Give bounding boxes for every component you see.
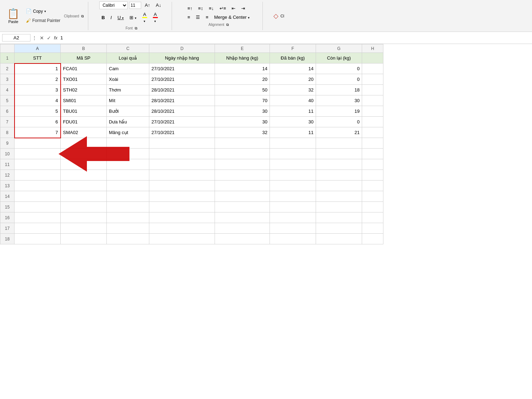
cell-F2[interactable]: 14 xyxy=(270,63,316,74)
format-painter-button[interactable]: 🖌 Format Painter xyxy=(24,17,62,24)
cell-E9[interactable] xyxy=(215,138,270,149)
cell-E7[interactable]: 30 xyxy=(215,117,270,127)
cell-D17[interactable] xyxy=(149,223,215,234)
col-header-H[interactable]: H xyxy=(362,44,383,53)
col-header-F[interactable]: F xyxy=(270,44,316,53)
cell-A9[interactable] xyxy=(15,138,61,149)
cell-F15[interactable] xyxy=(270,202,316,212)
cell-H17[interactable] xyxy=(362,223,383,234)
cell-A14[interactable] xyxy=(15,191,61,202)
font-color-button[interactable]: A ▾ xyxy=(151,11,160,24)
cell-H13[interactable] xyxy=(362,181,383,191)
cell-C3[interactable]: Xoài xyxy=(107,74,149,85)
cell-E2[interactable]: 14 xyxy=(215,63,270,74)
underline-button[interactable]: U ▾ xyxy=(115,14,126,21)
cell-B18[interactable] xyxy=(61,234,107,244)
cell-F16[interactable] xyxy=(270,212,316,223)
col-header-G[interactable]: G xyxy=(316,44,362,53)
cell-F9[interactable] xyxy=(270,138,316,149)
decrease-font-button[interactable]: A↓ xyxy=(154,1,163,9)
cell-C18[interactable] xyxy=(107,234,149,244)
cell-B9[interactable] xyxy=(61,138,107,149)
cell-D16[interactable] xyxy=(149,212,215,223)
cell-B6[interactable]: TBU01 xyxy=(61,106,107,117)
cell-D18[interactable] xyxy=(149,234,215,244)
cell-E8[interactable]: 32 xyxy=(215,127,270,138)
cell-D11[interactable] xyxy=(149,159,215,170)
cell-C11[interactable] xyxy=(107,159,149,170)
cell-F8[interactable]: 11 xyxy=(270,127,316,138)
cell-F3[interactable]: 20 xyxy=(270,74,316,85)
cell-B10[interactable] xyxy=(61,149,107,159)
increase-font-button[interactable]: A↑ xyxy=(143,1,152,9)
border-button[interactable]: ⊞ ▾ xyxy=(127,14,139,21)
cell-G8[interactable]: 21 xyxy=(316,127,362,138)
cell-C2[interactable]: Cam xyxy=(107,63,149,74)
cell-E5[interactable]: 70 xyxy=(215,95,270,106)
cell-C15[interactable] xyxy=(107,202,149,212)
copy-button[interactable]: 📄 Copy ▾ xyxy=(24,7,62,15)
cell-D4[interactable]: 28/10/2021 xyxy=(149,85,215,95)
formula-cancel-icon[interactable]: ✕ xyxy=(40,35,44,41)
cell-G11[interactable] xyxy=(316,159,362,170)
cell-C6[interactable]: Bưởi xyxy=(107,106,149,117)
col-header-E[interactable]: E xyxy=(215,44,270,53)
cell-D14[interactable] xyxy=(149,191,215,202)
italic-button[interactable]: I xyxy=(109,14,114,21)
cell-E17[interactable] xyxy=(215,223,270,234)
cell-H16[interactable] xyxy=(362,212,383,223)
indent-increase-button[interactable]: ⇥ xyxy=(239,5,247,12)
cell-reference-input[interactable] xyxy=(2,34,31,41)
cell-C5[interactable]: Mít xyxy=(107,95,149,106)
cell-B17[interactable] xyxy=(61,223,107,234)
align-middle-button[interactable]: ≡↕ xyxy=(196,5,205,12)
cell-B5[interactable]: SMI01 xyxy=(61,95,107,106)
cell-H14[interactable] xyxy=(362,191,383,202)
bold-button[interactable]: B xyxy=(99,14,107,21)
cell-C16[interactable] xyxy=(107,212,149,223)
cell-E13[interactable] xyxy=(215,181,270,191)
cell-D2[interactable]: 27/10/2021 xyxy=(149,63,215,74)
cell-E10[interactable] xyxy=(215,149,270,159)
cell-E18[interactable] xyxy=(215,234,270,244)
cell-D5[interactable]: 28/10/2021 xyxy=(149,95,215,106)
cell-D7[interactable]: 27/10/2021 xyxy=(149,117,215,127)
col-header-D[interactable]: D xyxy=(149,44,215,53)
align-top-button[interactable]: ≡↑ xyxy=(185,5,195,12)
cell-H1[interactable] xyxy=(362,53,383,63)
cell-D9[interactable] xyxy=(149,138,215,149)
align-center-button[interactable]: ☰ xyxy=(194,13,202,21)
cell-C13[interactable] xyxy=(107,181,149,191)
cell-G13[interactable] xyxy=(316,181,362,191)
formula-more-icon[interactable]: ⋮ xyxy=(32,35,37,41)
cell-A4[interactable]: 3 xyxy=(15,85,61,95)
merge-center-button[interactable]: Merge & Center ▾ xyxy=(212,13,252,21)
cell-A15[interactable] xyxy=(15,202,61,212)
cell-G9[interactable] xyxy=(316,138,362,149)
cell-B12[interactable] xyxy=(61,170,107,181)
cell-D8[interactable]: 27/10/2021 xyxy=(149,127,215,138)
col-header-C[interactable]: C xyxy=(107,44,149,53)
cell-E1[interactable]: Nhập hàng (kg) xyxy=(215,53,270,63)
cell-A6[interactable]: 5 xyxy=(15,106,61,117)
cell-F10[interactable] xyxy=(270,149,316,159)
cell-H15[interactable] xyxy=(362,202,383,212)
cell-D1[interactable]: Ngày nhập hàng xyxy=(149,53,215,63)
cell-C17[interactable] xyxy=(107,223,149,234)
cell-G3[interactable]: 0 xyxy=(316,74,362,85)
cell-E15[interactable] xyxy=(215,202,270,212)
cell-H10[interactable] xyxy=(362,149,383,159)
cell-C1[interactable]: Loại quả xyxy=(107,53,149,63)
col-header-B[interactable]: B xyxy=(61,44,107,53)
cell-G5[interactable]: 30 xyxy=(316,95,362,106)
cell-H12[interactable] xyxy=(362,170,383,181)
formula-fx-icon[interactable]: fx xyxy=(54,35,57,41)
cell-G1[interactable]: Còn lại (kg) xyxy=(316,53,362,63)
cell-A18[interactable] xyxy=(15,234,61,244)
cell-A10[interactable] xyxy=(15,149,61,159)
cell-H2[interactable] xyxy=(362,63,383,74)
cell-B8[interactable]: SMA02 xyxy=(61,127,107,138)
formula-input[interactable] xyxy=(59,34,530,41)
align-left-button[interactable]: ≡ xyxy=(185,13,193,21)
formula-confirm-icon[interactable]: ✓ xyxy=(47,35,51,41)
